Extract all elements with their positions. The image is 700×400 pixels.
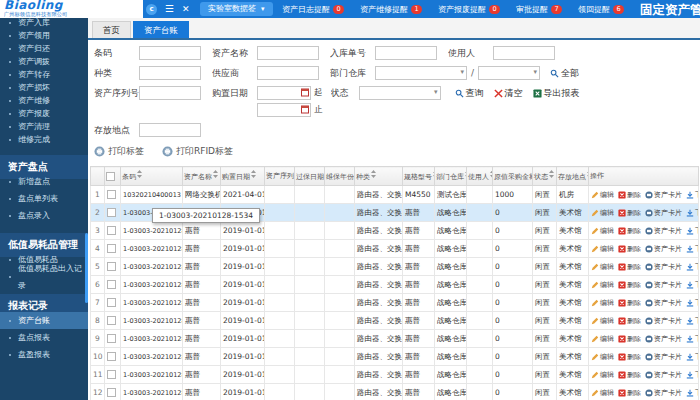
col-header-date[interactable]: 购置日期 xyxy=(221,167,265,186)
action-edit-button[interactable]: 编辑 xyxy=(591,262,614,272)
location-input[interactable] xyxy=(139,123,201,137)
col-header-warranty_years[interactable]: 维保年份 xyxy=(325,167,355,186)
action-card-button[interactable]: 资产卡片 xyxy=(645,388,682,398)
action-edit-button[interactable]: 编辑 xyxy=(591,388,614,398)
sidebar-item[interactable]: 资产调拨 xyxy=(0,55,88,68)
header-reminder-tab[interactable]: 资产维修提醒1 xyxy=(360,4,422,15)
col-header-model[interactable]: 规格型号 xyxy=(403,167,435,186)
action-down-button[interactable]: 下载 xyxy=(686,280,699,290)
action-down-button[interactable]: 下载 xyxy=(686,316,699,326)
row-checkbox[interactable] xyxy=(107,370,116,379)
action-down-button[interactable]: 下载 xyxy=(686,370,699,380)
action-card-button[interactable]: 资产卡片 xyxy=(645,208,682,218)
hamburger-menu-icon[interactable]: ☰ xyxy=(165,0,174,18)
sidebar-item[interactable]: 资产损坏 xyxy=(0,81,88,94)
action-down-button[interactable]: 下载 xyxy=(686,298,699,308)
action-down-button[interactable]: 下载 xyxy=(686,262,699,272)
select-all-checkbox[interactable] xyxy=(106,172,115,181)
row-checkbox[interactable] xyxy=(107,190,116,199)
action-del-button[interactable]: 删除 xyxy=(618,262,641,272)
export-button[interactable]: 导出报表 xyxy=(533,86,580,100)
sidebar-item[interactable]: 盘盈报表 xyxy=(0,346,88,363)
col-header-category[interactable]: 种类 xyxy=(355,167,403,186)
action-card-button[interactable]: 资产卡片 xyxy=(645,316,682,326)
sidebar-item[interactable]: 盘点报表 xyxy=(0,329,88,346)
action-del-button[interactable]: 删除 xyxy=(618,370,641,380)
action-down-button[interactable]: 下载 xyxy=(686,352,699,362)
action-down-button[interactable]: 下载 xyxy=(686,388,699,398)
circle-badge-icon[interactable]: c xyxy=(146,4,157,15)
sidebar-item[interactable]: 资产维修 xyxy=(0,94,88,107)
action-del-button[interactable]: 删除 xyxy=(618,316,641,326)
action-del-button[interactable]: 删除 xyxy=(618,208,641,218)
action-del-button[interactable]: 删除 xyxy=(618,388,641,398)
date-from-input[interactable] xyxy=(257,86,311,100)
action-edit-button[interactable]: 编辑 xyxy=(591,298,614,308)
action-card-button[interactable]: 资产卡片 xyxy=(645,262,682,272)
col-header-warranty_end[interactable]: 过保日期 xyxy=(295,167,325,186)
action-edit-button[interactable]: 编辑 xyxy=(591,316,614,326)
action-del-button[interactable]: 删除 xyxy=(618,298,641,308)
row-checkbox[interactable] xyxy=(107,316,116,325)
action-edit-button[interactable]: 编辑 xyxy=(591,334,614,344)
barcode-input[interactable] xyxy=(139,46,201,60)
col-header-location[interactable]: 存放地点 xyxy=(557,167,589,186)
sidebar-item[interactable]: 资产清理 xyxy=(0,120,88,133)
action-edit-button[interactable]: 编辑 xyxy=(591,352,614,362)
action-down-button[interactable]: 下载 xyxy=(686,334,699,344)
action-card-button[interactable]: 资产卡片 xyxy=(645,334,682,344)
action-card-button[interactable]: 资产卡片 xyxy=(645,244,682,254)
action-card-button[interactable]: 资产卡片 xyxy=(645,298,682,308)
action-del-button[interactable]: 删除 xyxy=(618,280,641,290)
inbound-no-input[interactable] xyxy=(375,46,437,60)
module-dropdown[interactable]: 实验室数据签 ▾ xyxy=(200,2,273,16)
tab-home[interactable]: 首页 xyxy=(92,21,131,38)
row-checkbox[interactable] xyxy=(107,334,116,343)
col-header-user[interactable]: 使用人 xyxy=(467,167,493,186)
close-icon[interactable]: ✕ xyxy=(182,0,190,18)
header-reminder-tab[interactable]: 资产日志提醒0 xyxy=(282,4,344,15)
action-down-button[interactable]: 下载 xyxy=(686,244,699,254)
action-down-button[interactable]: 下载 xyxy=(686,226,699,236)
action-del-button[interactable]: 删除 xyxy=(618,334,641,344)
row-checkbox[interactable] xyxy=(107,262,116,271)
col-header-warehouse[interactable]: 部门仓库 xyxy=(435,167,467,186)
action-card-button[interactable]: 资产卡片 xyxy=(645,352,682,362)
category-input[interactable] xyxy=(139,66,201,80)
action-down-button[interactable]: 下载 xyxy=(686,190,699,200)
tab-asset-ledger[interactable]: 资产台账 xyxy=(133,21,189,38)
action-del-button[interactable]: 删除 xyxy=(618,244,641,254)
header-reminder-tab[interactable]: 资产报废提醒0 xyxy=(438,4,500,15)
all-button[interactable]: 全部 xyxy=(550,66,579,80)
action-del-button[interactable]: 删除 xyxy=(618,226,641,236)
sidebar-item[interactable]: 低值易耗品出入记录 xyxy=(0,268,88,285)
action-edit-button[interactable]: 编辑 xyxy=(591,370,614,380)
sidebar-item[interactable]: 盘点单列表 xyxy=(0,190,88,207)
col-header-barcode[interactable]: 条码 xyxy=(121,167,183,186)
dept-select[interactable]: ▾ xyxy=(375,66,467,80)
query-button[interactable]: 查询 xyxy=(455,86,484,100)
sidebar-item[interactable]: 资产入库 xyxy=(0,18,88,29)
col-header-amount[interactable]: 原值采购金额 xyxy=(493,167,533,186)
date-to-input[interactable] xyxy=(257,103,311,117)
sidebar-item[interactable]: 维修完成 xyxy=(0,133,88,146)
col-header-name[interactable]: 资产名称 xyxy=(183,167,221,186)
serial-input[interactable] xyxy=(139,86,201,100)
action-edit-button[interactable]: 编辑 xyxy=(591,226,614,236)
asset-name-input[interactable] xyxy=(257,46,319,60)
action-edit-button[interactable]: 编辑 xyxy=(591,280,614,290)
action-down-button[interactable]: 下载 xyxy=(686,208,699,218)
action-edit-button[interactable]: 编辑 xyxy=(591,208,614,218)
warehouse-select[interactable]: ▾ xyxy=(478,66,540,80)
action-del-button[interactable]: 删除 xyxy=(618,352,641,362)
supplier-input[interactable] xyxy=(257,66,319,80)
row-checkbox[interactable] xyxy=(107,226,116,235)
action-edit-button[interactable]: 编辑 xyxy=(591,244,614,254)
action-card-button[interactable]: 资产卡片 xyxy=(645,280,682,290)
row-checkbox[interactable] xyxy=(107,280,116,289)
sidebar-item[interactable]: 资产报废 xyxy=(0,107,88,120)
row-checkbox[interactable] xyxy=(107,388,116,397)
sidebar-item[interactable]: 盘点录入 xyxy=(0,207,88,224)
status-select[interactable]: ▾ xyxy=(359,86,441,100)
action-edit-button[interactable]: 编辑 xyxy=(591,190,614,200)
